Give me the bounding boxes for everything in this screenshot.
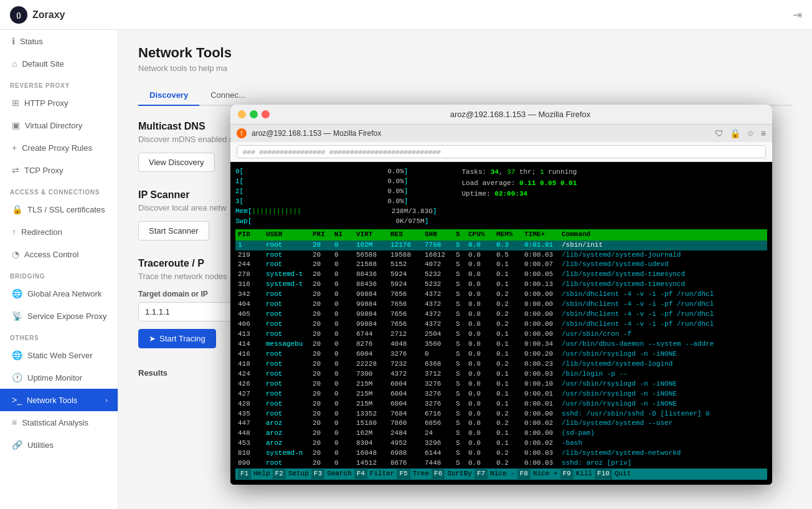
signal-icon: 📡: [12, 311, 22, 321]
sidebar-item-label: Uptime Monitor: [27, 373, 82, 383]
table-row: 413root200674427122504S0.00.10:00.00/usr…: [235, 330, 767, 340]
table-row: 435root2001335276846716S0.00.20:00.00ssh…: [235, 409, 767, 419]
sidebar-item-tls-ssl[interactable]: 🔒 TLS / SSL certificates: [0, 198, 118, 221]
table-row: 426root200215M60043276S0.00.10:00.10/usr…: [235, 379, 767, 389]
sidebar: ℹ Status ⌂ Default Site REVERSE PROXY ⊞ …: [0, 30, 118, 509]
sidebar-item-label: Statistical Analysis: [22, 418, 88, 427]
f3-key: F3: [311, 469, 324, 479]
f7-key: F7: [474, 469, 488, 479]
table-row: 404root2009988476564372S0.00.20:00.00/sb…: [235, 300, 767, 310]
sidebar-item-label: Static Web Server: [27, 351, 93, 360]
f6-val: SortBy: [445, 469, 474, 479]
sidebar-item-label: TLS / SSL certificates: [27, 205, 105, 214]
server-icon: 🌐: [12, 350, 22, 360]
tab-connec[interactable]: Connec...: [199, 85, 257, 106]
main-content: Network Tools Network tools to help ma D…: [118, 30, 812, 509]
sidebar-item-redirection[interactable]: ↑ Redirection: [0, 221, 118, 243]
f2-val: Setup: [286, 469, 311, 479]
table-row: 414messagebu200827640483560S0.00.10:00.3…: [235, 340, 767, 350]
table-row: 424root200730043723712S0.00.10:00.03/bin…: [235, 369, 767, 379]
table-row: 427root200215M60043276S0.00.10:00.01/usr…: [235, 389, 767, 399]
f8-key: F8: [517, 469, 531, 479]
sidebar-item-label: Service Expose Proxy: [27, 312, 106, 321]
f5-key: F5: [397, 469, 410, 479]
table-row: 1root200162M121767768S0.00.30:01.91/sbin…: [235, 240, 767, 250]
sidebar-item-label: Create Proxy Rules: [22, 143, 92, 153]
terminal-rows: 1root200162M121767768S0.00.30:01.91/sbin…: [235, 240, 767, 469]
section-others: OTHERS: [0, 327, 118, 344]
table-row: 416root200600432760S0.00.10:00.20/usr/sb…: [235, 350, 767, 359]
home-icon: ⌂: [12, 59, 17, 69]
firefox-favicon: f: [237, 128, 247, 138]
sidebar-item-tcp-proxy[interactable]: ⇄ TCP Proxy: [0, 159, 118, 181]
sidebar-item-service-expose-proxy[interactable]: 📡 Service Expose Proxy: [0, 305, 118, 327]
terminal-cpu-info: 0[ 0.0%] 1[ 0.0%] 2[ 0.0%] 3[: [235, 167, 437, 227]
sidebar-item-uptime-monitor[interactable]: 🕐 Uptime Monitor: [0, 366, 118, 389]
link-icon: 🔗: [12, 440, 22, 450]
f8-val: Nice +: [531, 469, 560, 479]
terminal-header: 0[ 0.0%] 1[ 0.0%] 2[ 0.0%] 3[: [235, 167, 767, 227]
sidebar-item-label: Default Site: [22, 59, 64, 69]
sidebar-item-create-proxy-rules[interactable]: + Create Proxy Rules: [0, 136, 118, 159]
access-icon: ◔: [12, 249, 19, 259]
sidebar-item-utilities[interactable]: 🔗 Utilities: [0, 434, 118, 456]
info-icon: ℹ: [12, 36, 15, 46]
sidebar-item-global-area-network[interactable]: 🌐 Global Area Network: [0, 282, 118, 305]
app-logo: () Zoraxy: [10, 6, 65, 24]
sidebar-item-default-site[interactable]: ⌂ Default Site: [0, 52, 118, 75]
table-row: 447aroz2001518078606856S0.00.20:00.02/li…: [235, 419, 767, 429]
view-discovery-button[interactable]: View Discovery: [138, 153, 215, 172]
active-arrow-icon: ›: [105, 396, 108, 404]
table-row: 428root200215M60043276S0.00.10:00.01/usr…: [235, 399, 767, 409]
terminal-table-header: PIDUSERPRINIVIRTRESSHRSCPU%MEM%TIME+Comm…: [235, 229, 767, 240]
table-row: 453aroz200830449523296S0.00.10:00.02-bas…: [235, 439, 767, 449]
firefox-url[interactable]: ●●● ●●●●●●●●●●●●●●●● ●●●●●●●●●●●●●●●●●●●…: [237, 145, 766, 158]
f10-val: Quit: [612, 469, 633, 479]
sidebar-item-statistical-analysis[interactable]: ≡ Statistical Analysis: [0, 411, 118, 434]
firefox-window-title: aroz@192.168.1.153 — Mozilla Firefox: [276, 110, 765, 119]
section-bridging: BRIDGING: [0, 265, 118, 282]
add-icon: +: [12, 143, 17, 153]
tab-discovery[interactable]: Discovery: [138, 85, 199, 106]
sidebar-item-http-proxy[interactable]: ⊞ HTTP Proxy: [0, 92, 118, 114]
f9-val: Kill: [574, 469, 595, 479]
sidebar-item-status[interactable]: ℹ Status: [0, 30, 118, 52]
sidebar-item-network-tools[interactable]: >_ Network Tools ›: [0, 389, 118, 411]
firefox-titlebar: aroz@192.168.1.153 — Mozilla Firefox: [230, 105, 772, 125]
redirect-icon: ↑: [12, 227, 16, 237]
maximize-button[interactable]: [250, 110, 258, 118]
table-row: 342root2009988476564372S0.00.20:00.00/sb…: [235, 290, 767, 300]
sidebar-item-access-control[interactable]: ◔ Access Control: [0, 243, 118, 265]
proxy-icon: ⊞: [12, 98, 19, 108]
sidebar-item-static-web-server[interactable]: 🌐 Static Web Server: [0, 344, 118, 366]
close-button[interactable]: [262, 110, 270, 118]
sidebar-item-virtual-directory[interactable]: ▣ Virtual Directory: [0, 114, 118, 136]
start-scanner-button[interactable]: Start Scanner: [138, 221, 209, 240]
firefox-window-controls: [238, 110, 270, 118]
f7-val: Nice -: [488, 469, 517, 479]
terminal-icon: >_: [12, 395, 22, 405]
firefox-tab-title: aroz@192.168.1.153 — Mozilla Firefox: [252, 129, 381, 138]
start-tracing-button[interactable]: ➤ Start Tracing: [138, 329, 216, 348]
firefox-tab-actions: 🛡 🔒 ☆ ≡: [715, 128, 766, 138]
firefox-menu[interactable]: ≡: [761, 128, 766, 138]
tracing-icon: ➤: [149, 334, 156, 343]
sidebar-item-label: HTTP Proxy: [24, 98, 68, 108]
f5-val: Tree: [410, 469, 432, 479]
f10-key: F10: [595, 469, 612, 479]
firefox-address-lock: 🔒: [730, 128, 740, 138]
page-title: Network Tools: [138, 45, 792, 61]
lock-icon: 🔒: [12, 204, 22, 214]
transfer-icon: ⇄: [12, 165, 19, 175]
firefox-bookmark: ☆: [747, 128, 755, 138]
table-row: 405root2009988476564372S0.00.20:00.00/sb…: [235, 310, 767, 320]
f4-key: F4: [354, 469, 367, 479]
app-name: Zoraxy: [32, 9, 65, 21]
f1-val: Help: [251, 469, 272, 479]
section-reverse-proxy: REVERSE PROXY: [0, 75, 118, 92]
topbar-exit-icon[interactable]: ⇥: [793, 8, 802, 22]
table-row: 316systemd-t2008843659245232S0.00.10:00.…: [235, 280, 767, 290]
minimize-button[interactable]: [238, 110, 246, 118]
terminal-body: 0[ 0.0%] 1[ 0.0%] 2[ 0.0%] 3[: [230, 162, 772, 485]
f6-key: F6: [432, 469, 445, 479]
